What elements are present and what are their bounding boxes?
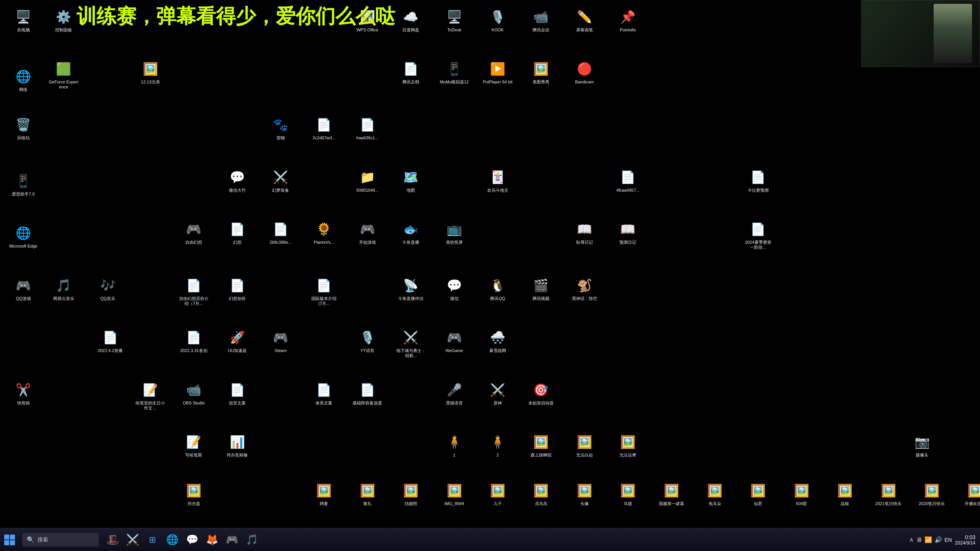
desktop-icon-game-img1[interactable]: 🖼️森上踩蝉院: [526, 433, 556, 458]
desktop-icon-tencent-meeting[interactable]: 📹腾讯会议: [526, 8, 556, 33]
desktop-icon-mumu[interactable]: 📱MuMu模拟器12: [439, 60, 470, 85]
desktop-icon-huanmeng[interactable]: 📄幻想: [222, 220, 253, 245]
desktop-icon-geforce[interactable]: 🟩GeForce Experience: [48, 60, 79, 90]
desktop-icon-wangyi-music[interactable]: 🎵网易云音乐: [48, 276, 79, 301]
desktop-icon-tencent-video[interactable]: 🎬腾讯视频: [526, 276, 556, 301]
desktop-icon-todo[interactable]: 🖥️ToDesk: [439, 8, 470, 33]
desktop-icon-hejia-daily[interactable]: 📝哈笔至的生日小作文…: [135, 381, 166, 411]
desktop-icon-heimiao-voice[interactable]: 🎤黑猫语音: [439, 381, 470, 406]
desktop-icon-bangban[interactable]: 🖼️邦办盖: [178, 481, 209, 506]
taskbar-app-orange[interactable]: 🦊: [203, 531, 221, 549]
desktop-icon-pet[interactable]: 🐾宠物: [265, 116, 296, 140]
desktop-icon-summer-doc[interactable]: 📄2024夏季赛第一阶段...: [743, 220, 773, 250]
desktop-icon-base-doc[interactable]: 📄基础阵容备选度: [352, 381, 383, 406]
desktop-icon-yy-voice[interactable]: 🎙️YY语音: [352, 328, 383, 353]
desktop-icon-baidu-netdisk[interactable]: ☁️百度网盘: [395, 8, 426, 33]
tray-volume[interactable]: 🔊: [934, 536, 942, 543]
desktop-icon-free-fantasy-intro[interactable]: 📄自由幻想买价介绍（7月...: [178, 276, 209, 306]
desktop-icon-qq-social[interactable]: 🐧腾讯QQ: [482, 276, 513, 301]
desktop-icon-black-myth-kong[interactable]: 🐒黑神话：悟空: [569, 276, 600, 301]
desktop-icon-xueyue[interactable]: 🌨️暴雪战网: [482, 328, 513, 353]
desktop-icon-xianjun[interactable]: 🖼️仙君: [743, 481, 773, 506]
desktop-icon-douyu-live[interactable]: 🐟斗鱼直播: [395, 220, 426, 245]
desktop-icon-bangong-jingjing[interactable]: 📊邦办竞精修: [222, 433, 253, 458]
desktop-icon-photo-12[interactable]: 🖼️12.13北美: [135, 60, 166, 85]
desktop-icon-predict-diary[interactable]: 📖预测日记: [612, 220, 643, 245]
desktop-icon-guonei-first[interactable]: 🖼️国服第一诸葛: [656, 481, 687, 506]
desktop-icon-folder-93901[interactable]: 📁93901049...: [352, 168, 383, 193]
tray-network[interactable]: 🖥: [916, 536, 922, 543]
desktop-icon-uu-accelerator[interactable]: 🚀UU加速器: [222, 328, 253, 353]
desktop-icon-aisi-helper[interactable]: 📱爱思助手7.0: [8, 172, 39, 197]
desktop-icon-yuansheng[interactable]: ⚔️原神: [482, 381, 513, 406]
desktop-icon-yuanniao[interactable]: 🖼️员鸟岛: [526, 481, 556, 506]
desktop-icon-potplayer[interactable]: ▶️PotPlayer 64 bit: [482, 60, 513, 85]
desktop-icon-person-2[interactable]: 🧍2: [482, 433, 513, 458]
desktop-icon-game-launcher[interactable]: 🎯未始游启动器: [526, 381, 556, 406]
desktop-icon-songli[interactable]: 🖼️敬礼: [352, 481, 383, 506]
desktop-icon-jiehun[interactable]: 🖼️结婚照: [395, 481, 426, 506]
desktop-icon-ms-edge[interactable]: 🌐Microsoft Edge: [8, 224, 39, 249]
desktop-icon-wufabaiqi[interactable]: 🖼️无法白起: [569, 433, 600, 458]
tray-wifi[interactable]: 📶: [924, 536, 932, 543]
desktop-icon-img-8684[interactable]: 🖼️IMG_8684: [439, 481, 470, 506]
desktop-icon-bofangtu[interactable]: 🖼️开播欢迎图: [960, 481, 980, 506]
desktop-icon-huanmengzhuangbei[interactable]: ⚔️幻梦装备: [265, 168, 296, 193]
desktop-icon-intl-version[interactable]: 📄国际版本介绍 (7月...: [309, 276, 339, 306]
desktop-icon-plants-vs[interactable]: 🌻PlantsVs...: [309, 220, 339, 245]
taskbar-edge[interactable]: 🌐: [163, 531, 181, 549]
tray-arrow[interactable]: ∧: [909, 536, 914, 543]
desktop-icon-qinqi[interactable]: 🖼️聘妻: [309, 481, 339, 506]
desktop-icon-file-2c2d[interactable]: 📄2c2d07acf...: [309, 116, 339, 140]
desktop-icon-happy-landlord[interactable]: 🃏欢乐斗地主: [482, 168, 513, 193]
taskbar-app-extra[interactable]: 🎵: [243, 531, 261, 549]
taskbar-app-blue[interactable]: 🎮: [223, 531, 241, 549]
system-clock[interactable]: 0:03 2024/9/14: [955, 534, 975, 546]
desktop-icon-erzi[interactable]: 🖼️儿子: [482, 481, 513, 506]
desktop-icon-wufadama[interactable]: 🖼️无法达摩: [612, 433, 643, 458]
desktop-icon-recycle[interactable]: 🗑️回收站: [8, 116, 39, 140]
desktop-icon-biji2020[interactable]: 🖼️2020笔日快乐: [916, 481, 947, 506]
desktop-icon-pointofix[interactable]: 📌Pointofix: [612, 8, 643, 33]
desktop-icon-touxiang[interactable]: 🖼️头像: [569, 481, 600, 506]
desktop-icon-douyu-streamer[interactable]: 📡斗鱼直播伴侣: [395, 276, 426, 301]
desktop-icon-file-baa6[interactable]: 📄baa636c1...: [352, 116, 383, 140]
desktop-icon-biji2021[interactable]: 🖼️2021笔日快乐: [873, 481, 904, 506]
desktop-icon-write-hejia[interactable]: 📝写哈笔斯: [178, 433, 209, 458]
desktop-icon-qd-price[interactable]: 📄幻想创价: [222, 276, 253, 301]
desktop-icon-doc-2022-4[interactable]: 📄2022.4.2首播: [95, 328, 126, 353]
desktop-icon-person-1[interactable]: 🧍1: [439, 433, 470, 458]
desktop-icon-network[interactable]: 🌐网络: [8, 67, 39, 92]
desktop-icon-mier[interactable]: 🖼️免耳朵: [699, 481, 730, 506]
taskbar-wechat[interactable]: 💬: [183, 531, 201, 549]
desktop-icon-qq-music[interactable]: 🎶QQ音乐: [93, 276, 123, 301]
taskbar-app-hat[interactable]: 🎩: [103, 531, 122, 549]
desktop-icon-screen-notes[interactable]: ✏️屏幕画笔: [569, 8, 600, 33]
taskbar-task-view[interactable]: ⊞: [143, 531, 162, 549]
desktop-icon-kuaishoujian[interactable]: ✂️快剪辑: [8, 381, 39, 406]
desktop-icon-my-computer[interactable]: 🖥️此电脑: [8, 8, 39, 33]
desktop-icon-obs-studio[interactable]: 📹OBS Studio: [178, 381, 209, 406]
desktop-icon-map[interactable]: 🗺️地图: [395, 168, 426, 193]
desktop-icon-wegame[interactable]: 🎮WeGame: [439, 328, 470, 353]
desktop-icon-zuoan-doc[interactable]: 📄祖安文案: [222, 381, 253, 406]
desktop-icon-file-268c3[interactable]: 📄268c396e...: [265, 220, 296, 245]
taskbar-search[interactable]: 🔍 搜索: [22, 533, 99, 547]
desktop-icon-bandicam[interactable]: 🔴Bandicam: [569, 60, 600, 85]
desktop-icon-file-4fcaa[interactable]: 📄4fcaa4957...: [612, 168, 643, 193]
desktop-icon-oatmeal-launcher[interactable]: 📺燕软投屏: [439, 220, 470, 245]
desktop-icon-doc-2022-3[interactable]: 📄2022.3.31各别: [178, 328, 209, 353]
desktop-icon-tengxun-docs[interactable]: 📄腾讯文档: [395, 60, 426, 85]
desktop-icon-steam[interactable]: 🎮Steam: [265, 328, 296, 353]
desktop-icon-weixin[interactable]: 💬微信: [439, 276, 470, 301]
desktop-icon-meitu[interactable]: 🖼️美图秀秀: [526, 60, 556, 85]
desktop-icon-shenluo[interactable]: 🖼️晶核: [830, 481, 860, 506]
desktop-icon-qq-game[interactable]: 🎮QQ游戏: [8, 276, 39, 301]
desktop-icon-card-predict[interactable]: 📄卡位赛预测: [743, 168, 773, 193]
desktop-icon-start-game[interactable]: 🎮开始游戏: [352, 220, 383, 245]
desktop-icon-wechat-dazhu[interactable]: 💬微信大竹: [222, 168, 253, 193]
tray-lang[interactable]: EN: [944, 537, 952, 543]
desktop-icon-maju[interactable]: 🖼️马据: [612, 481, 643, 506]
desktop-icon-control-panel[interactable]: ⚙️控制面板: [48, 8, 79, 33]
desktop-icon-xiangji-head[interactable]: 📷摄像头: [907, 433, 938, 458]
